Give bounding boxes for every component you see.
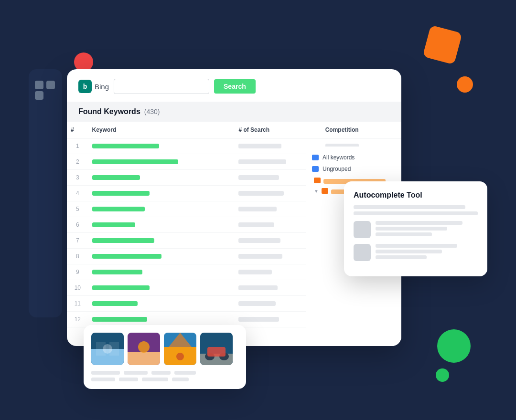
row-num: 7: [67, 233, 88, 249]
autocomplete-bars: [354, 205, 478, 215]
ac-line-1-3: [376, 232, 432, 236]
row-num: 1: [67, 138, 88, 154]
sidebar-logo: [35, 81, 56, 100]
images-card: [84, 325, 246, 389]
row-keyword: [88, 280, 235, 296]
folder-icon-orange-2: [322, 188, 328, 194]
svg-rect-16: [207, 347, 226, 357]
autocomplete-card: Autocomplete Tool: [344, 181, 487, 276]
deco-orange-rect: [422, 25, 462, 64]
ac-line-1-2: [376, 227, 447, 231]
search-bar-vis: [238, 175, 279, 180]
row-keyword: [88, 138, 235, 154]
img-bar-2-4: [172, 378, 189, 381]
folder-icon-orange-1: [314, 178, 321, 183]
deco-green-circle-small: [436, 368, 449, 382]
folder-icon-blue: [312, 155, 319, 160]
search-bar-vis: [238, 222, 274, 227]
row-keyword: [88, 186, 235, 201]
img-thumb-carnival: [164, 333, 196, 365]
panel-item-ungrouped[interactable]: Ungrouped: [312, 166, 396, 172]
panel-label-all-keywords: All keywords: [322, 154, 355, 161]
bing-text: Bing: [95, 83, 109, 91]
img-bar-2-2: [119, 378, 138, 381]
ac-desc-bar-2: [354, 211, 478, 215]
search-bar-vis: [238, 317, 279, 322]
folder-icon-blue-2: [312, 166, 319, 172]
ac-thumb-2: [354, 244, 371, 261]
row-keyword: [88, 264, 235, 280]
autocomplete-item-1: [354, 221, 478, 238]
search-bar-area: b Bing Search: [67, 69, 401, 102]
panel-label-ungrouped: Ungrouped: [322, 166, 351, 172]
images-bar-rows: [91, 371, 238, 381]
deco-green-circle-large: [437, 329, 471, 363]
row-num: 5: [67, 201, 88, 217]
row-num: 12: [67, 312, 88, 327]
ac-thumb-1: [354, 221, 371, 238]
autocomplete-item-2: [354, 244, 478, 261]
keyword-bar: [92, 254, 161, 259]
search-bar-vis: [238, 301, 276, 306]
img-bar-2-3: [142, 378, 168, 381]
chevron-icon: ▼: [314, 189, 319, 194]
row-keyword: [88, 170, 235, 186]
found-keywords-header: Found Keywords (430): [67, 102, 401, 122]
keyword-bar: [92, 175, 140, 180]
row-num: 6: [67, 217, 88, 233]
ac-line-2-2: [376, 250, 442, 253]
panel-item-all-keywords[interactable]: All keywords: [312, 154, 396, 161]
row-num: 2: [67, 154, 88, 170]
search-button[interactable]: Search: [214, 79, 256, 94]
keyword-bar: [92, 270, 142, 274]
svg-rect-6: [128, 352, 160, 365]
row-num: 3: [67, 170, 88, 186]
row-num: 10: [67, 280, 88, 296]
row-num: 4: [67, 186, 88, 201]
search-bar-vis: [238, 285, 278, 290]
img-thumb-basketball: [128, 333, 160, 365]
found-keywords-title: Found Keywords: [78, 107, 140, 116]
keyword-bar: [92, 222, 135, 227]
row-keyword: [88, 154, 235, 170]
ac-lines-2: [376, 244, 478, 261]
search-bar-vis: [238, 191, 284, 196]
row-keyword: [88, 296, 235, 312]
keyword-bar: [92, 191, 150, 196]
search-bar-vis: [238, 144, 281, 148]
img-bar-2-1: [91, 378, 115, 381]
logo-cell-3: [35, 91, 43, 100]
img-bar-1-4: [174, 371, 196, 375]
svg-rect-3: [96, 342, 106, 356]
sidebar: [29, 69, 62, 317]
keyword-bar: [92, 159, 178, 164]
col-header-search: # of Search: [235, 122, 321, 138]
ac-line-1-1: [376, 221, 462, 225]
found-keywords-count: (430): [144, 108, 160, 116]
bing-icon: b: [78, 80, 92, 93]
col-header-competition: Competition: [322, 122, 401, 138]
img-bar-row-2: [91, 378, 238, 381]
search-bar-vis: [238, 207, 277, 211]
row-num: 9: [67, 264, 88, 280]
search-bar-vis: [238, 270, 272, 274]
search-input[interactable]: [114, 79, 209, 94]
row-num: 8: [67, 249, 88, 264]
bing-logo: b Bing: [78, 80, 109, 93]
search-bar-vis: [238, 254, 282, 259]
img-thumb-soccer: [91, 333, 124, 365]
deco-orange-circle: [457, 76, 473, 93]
row-num: 11: [67, 296, 88, 312]
keyword-bar: [92, 317, 147, 322]
ac-desc-bar-1: [354, 205, 465, 209]
ac-lines-1: [376, 221, 478, 238]
keyword-bar: [92, 238, 154, 243]
img-bar-1-3: [151, 371, 171, 375]
keyword-bar: [92, 301, 138, 306]
row-keyword: [88, 201, 235, 217]
autocomplete-title: Autocomplete Tool: [354, 191, 478, 200]
svg-point-7: [138, 341, 150, 353]
deco-red-circle: [74, 52, 93, 72]
row-keyword: [88, 249, 235, 264]
row-keyword: [88, 217, 235, 233]
